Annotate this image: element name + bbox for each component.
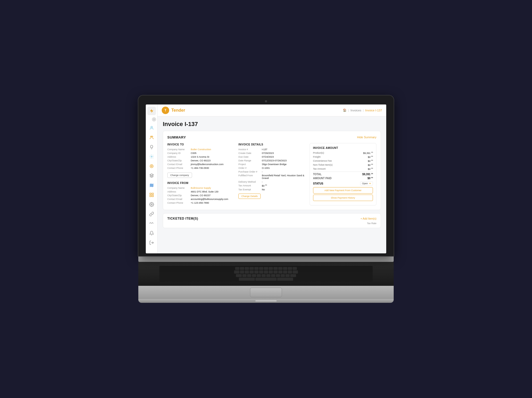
detail-date-range-value: 07/12/2023-07/26/2023	[262, 159, 286, 162]
sidebar-icon-bell[interactable]	[147, 229, 156, 237]
ticketed-title: TICKETED ITEM(S)	[167, 217, 198, 220]
sidebar-icon-link[interactable]	[147, 210, 156, 218]
from-email-value: accounting@bulksourcesupply.com	[191, 198, 228, 200]
invoice-amount-box: INVOICE AMOUNT Product(s) $9,391 25 Frei…	[310, 143, 376, 206]
detail-tax-exempt-value: No	[262, 188, 265, 191]
invoice-amount-title: INVOICE AMOUNT	[313, 146, 373, 149]
freight-row: Freight $0 00	[313, 156, 373, 158]
non-ticket-value: $0 00	[368, 164, 373, 166]
sidebar-icon-exit[interactable]	[147, 238, 156, 247]
sidebar-icon-layers[interactable]	[147, 171, 156, 180]
status-select[interactable]: Open ▼	[360, 181, 373, 186]
detail-create-date-value: 07/26/2023	[262, 152, 274, 154]
detail-fulfilled-value: Broomfield Retail Yard, Houston Sand & G…	[262, 174, 305, 179]
from-phone-label: Contact Phone	[167, 202, 189, 204]
hide-summary-link[interactable]: Hide Summary	[357, 136, 376, 139]
show-history-button[interactable]: Show Payment History	[313, 195, 373, 201]
tax-rate-label: Tax Rate	[167, 222, 376, 225]
from-address-row: Address 4601 DTC Blvd. Suite 130	[167, 190, 234, 193]
sidebar-icon-grid[interactable]	[147, 191, 156, 199]
from-city-label: City/State/Zip	[167, 194, 189, 197]
convenience-value: $0 00	[368, 160, 373, 162]
change-details-button[interactable]: Change Details	[238, 194, 261, 199]
keyboard-area	[138, 262, 394, 286]
breadcrumb: 🏠 | Invoices | Invoice I-137	[343, 108, 382, 112]
svg-point-10	[151, 204, 152, 205]
detail-tax-exempt-label: Tax Exempt	[238, 188, 260, 191]
summary-section: SUMMARY Hide Summary INVOICE TO Company …	[163, 131, 381, 210]
from-email-label: Contact Email	[167, 198, 189, 200]
detail-delivery-row: Delivery Method -	[238, 181, 305, 183]
svg-point-0	[151, 126, 152, 128]
summary-title: SUMMARY	[167, 135, 186, 139]
detail-project-value: Sligo Downtown Bridge	[262, 163, 286, 166]
from-phone-value: +1 123-456-7890	[191, 202, 209, 204]
sidebar-icon-bolt[interactable]	[147, 107, 156, 115]
detail-project-label: Project	[238, 163, 260, 166]
page-title: Invoice I-137	[163, 121, 381, 128]
convenience-label: Convenience Fee	[313, 160, 332, 162]
to-company-label: Company Name	[167, 148, 189, 151]
to-email-value: jimmy@butlerconstruction.com	[191, 163, 223, 166]
invoice-details-panel: INVOICE DETAILS Invoice # I-137 Create D…	[238, 143, 305, 206]
svg-point-5	[151, 165, 152, 167]
trackpad-hinge	[255, 300, 277, 302]
screen: ›	[146, 104, 386, 253]
detail-invoice-num-value: I-137	[262, 148, 267, 151]
invoice-amount-panel: INVOICE AMOUNT Product(s) $9,391 25 Frei…	[310, 143, 376, 206]
from-company-row: Company Name BulkSource Supply	[167, 187, 234, 189]
trackpad[interactable]	[250, 288, 282, 297]
non-ticket-label: Non-Ticket Item(s)	[313, 164, 333, 166]
detail-fulfilled-row: Fulfilled From Broomfield Retail Yard, H…	[238, 174, 305, 179]
sidebar-icon-map[interactable]	[147, 181, 156, 190]
detail-po-row: Purchase Order # -	[238, 170, 305, 173]
from-address-value: 4601 DTC Blvd. Suite 130	[191, 190, 218, 193]
invoice-from-title: INVOICE FROM	[167, 182, 234, 185]
total-row: TOTAL $9,391 25	[313, 171, 373, 176]
sidebar-icon-circle[interactable]	[147, 162, 156, 170]
page-content: Invoice I-137 SUMMARY Hide Summary INVOI…	[157, 116, 386, 253]
detail-due-date-row: Due Date 07/24/2023	[238, 156, 305, 158]
breadcrumb-current: Invoice I-137	[365, 109, 382, 112]
invoice-to-email-row: Contact Email jimmy@butlerconstruction.c…	[167, 163, 234, 166]
add-payment-button[interactable]: Add New Payment From Customer	[313, 187, 373, 194]
amount-paid-value: $0 00	[367, 177, 373, 180]
invoice-to-panel: INVOICE TO Company Name Butler Construct…	[167, 143, 234, 206]
detail-create-date-label: Create Date	[238, 152, 260, 154]
to-city-label: City/State/Zip	[167, 159, 189, 162]
status-arrow-icon: ▼	[369, 182, 371, 185]
invoice-to-id-row: Company ID C005	[167, 152, 234, 154]
sidebar-icon-bulb[interactable]	[147, 143, 156, 151]
products-row: Product(s) $9,391 25	[313, 152, 373, 154]
detail-tax-amount-row: Tax Amount $0 00	[238, 184, 305, 187]
to-city-value: Denver, CO 80223	[191, 159, 211, 162]
to-id-value: C005	[191, 152, 197, 154]
laptop-base	[138, 256, 394, 262]
add-item-link[interactable]: + Add Item(s)	[360, 217, 376, 220]
sidebar-icon-team[interactable]	[147, 133, 156, 142]
logo-text: Tender	[171, 108, 185, 113]
detail-delivery-value: -	[262, 181, 263, 183]
svg-rect-7	[152, 193, 153, 194]
breadcrumb-sep2: |	[363, 109, 364, 112]
to-company-value: Butler Construction	[191, 148, 211, 151]
change-company-button[interactable]: Change company	[167, 173, 192, 178]
sidebar-icon-wave[interactable]	[147, 219, 156, 228]
svg-point-2	[152, 136, 153, 137]
sidebar-icon-user[interactable]	[147, 124, 156, 132]
sidebar-icon-gear[interactable]	[147, 200, 156, 209]
breadcrumb-sep1: |	[348, 109, 349, 112]
sidebar-icon-settings[interactable]	[147, 152, 156, 161]
detail-due-date-value: 07/24/2023	[262, 156, 274, 158]
home-icon[interactable]: 🏠	[343, 108, 347, 112]
invoice-to-address-row: Address 1324 S Acoma St	[167, 156, 234, 158]
detail-fulfilled-label: Fulfilled From	[238, 174, 260, 179]
to-phone-label: Contact Phone	[167, 167, 189, 169]
collapse-btn[interactable]: ›	[152, 117, 156, 122]
invoice-to-company-row: Company Name Butler Construction	[167, 148, 234, 151]
svg-rect-8	[150, 195, 151, 196]
invoice-to-title: INVOICE TO	[167, 143, 234, 146]
breadcrumb-invoices[interactable]: Invoices	[351, 109, 361, 112]
app-container: ›	[146, 104, 386, 253]
detail-order-row: Order # O-1001	[238, 167, 305, 169]
